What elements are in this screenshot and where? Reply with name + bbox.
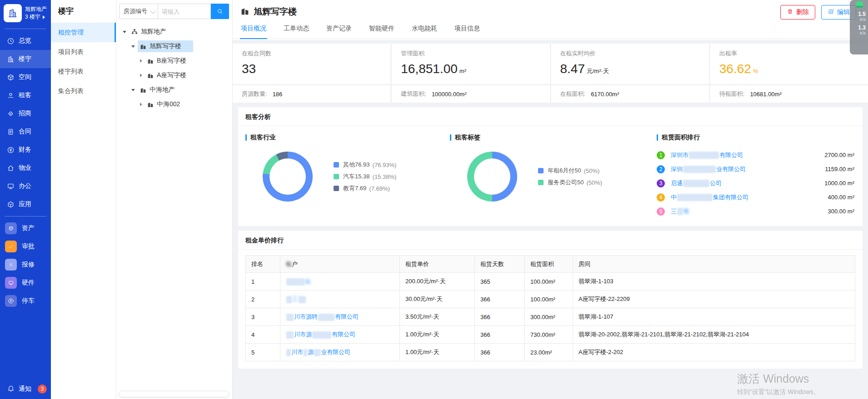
tree-node-content[interactable]: A座写字楼 <box>145 69 198 81</box>
company-link[interactable]: 深圳业有限公司 <box>671 165 746 173</box>
cell-tenant: 川市源有限公司 <box>280 326 400 344</box>
tab-水电能耗[interactable]: 水电能耗 <box>411 25 438 39</box>
tree-node[interactable]: 中海002 <box>116 97 232 112</box>
sidebar-item-leasing[interactable]: 招商 <box>0 104 51 123</box>
main-content: 旭辉写字楼 删除 编辑 项目概况工单动态资产记录智能硬件水电能耗项目信息 在租合… <box>233 0 868 399</box>
substat-value: 10681.00m² <box>750 91 781 98</box>
sidebar-item-repair[interactable]: 报修 <box>0 256 51 274</box>
cell-rooms: 翡翠湖-1-103 <box>573 273 855 291</box>
legend-percent: (7.69%) <box>369 185 390 192</box>
cell-area: 23.00m² <box>525 344 573 361</box>
sidebar-item-contracts[interactable]: 合同 <box>0 123 51 141</box>
company-link[interactable]: 中集团有限公司 <box>671 193 748 202</box>
org-name: 旭辉地产 <box>25 5 47 13</box>
tree-node-content[interactable]: 中海002 <box>145 99 192 110</box>
text-fragment: 租赁天数 <box>480 261 504 267</box>
tenant-link[interactable]: 川市源有限公司 <box>286 331 355 338</box>
sidebar-item-label: 空间 <box>19 73 31 81</box>
redacted-text <box>318 314 334 321</box>
page-header: 旭辉写字楼 删除 编辑 项目概况工单动态资产记录智能硬件水电能耗项目信息 <box>233 0 868 40</box>
tenant-tags-chart: 租客标签 年租6月付50(50%)服务类公司50(50%) <box>450 133 657 226</box>
text-fragment: 川市源 <box>294 331 312 338</box>
cell-days: 366 <box>475 344 525 361</box>
sidebar-item-approval[interactable]: 审批 <box>0 237 51 256</box>
tenant-link[interactable]: 三 <box>286 296 306 302</box>
caret-collapsed-icon[interactable] <box>140 59 142 63</box>
legend-label: 汽车15.38 <box>343 172 370 181</box>
sidebar-app-nav: 资产审批报修硬件停车 <box>0 219 51 310</box>
company-link[interactable]: 深圳市有限公司 <box>671 151 743 159</box>
org-building-count: 3 楼宇 <box>25 13 40 21</box>
download-unit: K/s <box>860 31 866 35</box>
sidebar-item-hardware[interactable]: 硬件 <box>0 274 51 292</box>
sidebar-item-apps[interactable]: 应用 <box>0 195 51 213</box>
tab-资产记录[interactable]: 资产记录 <box>325 25 353 39</box>
building-icon <box>140 86 147 94</box>
sidebar-main-nav: 总览楼宇空间租客招商合同财务物业办公应用 <box>0 32 51 213</box>
tab-工单动态[interactable]: 工单动态 <box>283 25 310 39</box>
company-link[interactable]: 启通公司 <box>671 179 722 187</box>
text-fragment: 瑶 <box>683 207 689 216</box>
sidebar-item-overview[interactable]: 总览 <box>0 32 51 50</box>
tree-node-content[interactable]: 旭辉地产 <box>129 26 178 38</box>
search-type-select[interactable]: 房源编号 <box>119 4 158 19</box>
tree-node[interactable]: A座写字楼 <box>116 68 232 83</box>
building-icon <box>147 57 154 64</box>
text-fragment: 三 <box>292 296 298 302</box>
caret-collapsed-icon[interactable] <box>140 74 142 77</box>
company-link[interactable]: 三瑶 <box>671 207 689 216</box>
search-button[interactable] <box>211 4 229 19</box>
menu-item[interactable]: 楼宇列表 <box>51 62 116 81</box>
tree-node[interactable]: 中海地产 <box>116 83 232 97</box>
org-switcher[interactable]: 旭辉地产 3 楼宇 <box>0 0 51 26</box>
caret-expanded-icon[interactable] <box>131 89 135 91</box>
tree-node-content[interactable]: 中海地产 <box>138 84 187 96</box>
substats-row: 房源数量:186建筑面积:100000.00m²在租面积:6170.00m²待租… <box>233 85 868 103</box>
stat-card: 出租率36.62% <box>710 44 868 84</box>
contracts-icon <box>7 128 15 136</box>
trash-icon <box>787 8 793 15</box>
caret-expanded-icon[interactable] <box>123 31 126 33</box>
sidebar-item-property[interactable]: 物业 <box>0 159 51 177</box>
sidebar-item-label: 合同 <box>19 128 31 136</box>
tree-node[interactable]: 旭辉地产 <box>116 25 232 39</box>
tab-项目信息[interactable]: 项目信息 <box>454 25 481 39</box>
tab-项目概况[interactable]: 项目概况 <box>240 25 267 39</box>
table-header-cell: 租赁天数 <box>475 256 525 273</box>
tree-node[interactable]: B座写字楼 <box>116 54 232 68</box>
legend-label: 教育7.69 <box>343 184 366 192</box>
tree-node-content[interactable]: 旭辉写字楼 <box>138 40 193 52</box>
sidebar-item-parking[interactable]: 停车 <box>0 292 51 310</box>
building-icon <box>147 101 154 108</box>
substat-label: 建筑面积: <box>401 90 426 98</box>
accent-bar <box>450 134 451 141</box>
sidebar-item-space[interactable]: 空间 <box>0 68 51 86</box>
tree-scrollbar[interactable] <box>119 391 229 397</box>
tree-node[interactable]: 旭辉写字楼 <box>116 39 232 54</box>
sidebar-item-buildings[interactable]: 楼宇 <box>0 50 51 68</box>
delete-button[interactable]: 删除 <box>780 5 815 20</box>
text-fragment: 深圳市 <box>671 151 688 159</box>
sidebar-item-assets[interactable]: 资产 <box>0 219 51 237</box>
tree-node-content[interactable]: B座写字楼 <box>145 55 198 67</box>
tenant-link[interactable]: 川市源业有限公司 <box>286 349 350 355</box>
stat-label: 在租合同数 <box>242 49 381 58</box>
search-input[interactable] <box>158 4 211 19</box>
tenant-link[interactable]: 位 <box>286 278 311 285</box>
caret-expanded-icon[interactable] <box>131 45 135 48</box>
page-title: 旭辉写字楼 <box>254 6 297 18</box>
menu-item[interactable]: 租控管理 <box>51 23 116 42</box>
sidebar-item-finance[interactable]: 财务 <box>0 141 51 159</box>
search-bar: 房源编号 <box>116 0 232 23</box>
legend-percent: (15.38%) <box>373 173 397 180</box>
sidebar-item-office[interactable]: 办公 <box>0 177 51 195</box>
tenant-link[interactable]: 川市源聘有限公司 <box>286 313 359 320</box>
tab-智能硬件[interactable]: 智能硬件 <box>368 25 395 39</box>
legend-item: 教育7.69(7.69%) <box>334 182 396 194</box>
menu-item[interactable]: 集合列表 <box>51 81 116 101</box>
caret-collapsed-icon[interactable] <box>140 103 142 106</box>
menu-item[interactable]: 项目列表 <box>51 42 116 62</box>
substat-label: 在租面积: <box>560 90 586 98</box>
sidebar-item-notifications[interactable]: 通知 3 <box>0 384 51 394</box>
sidebar-item-tenants[interactable]: 租客 <box>0 86 51 104</box>
